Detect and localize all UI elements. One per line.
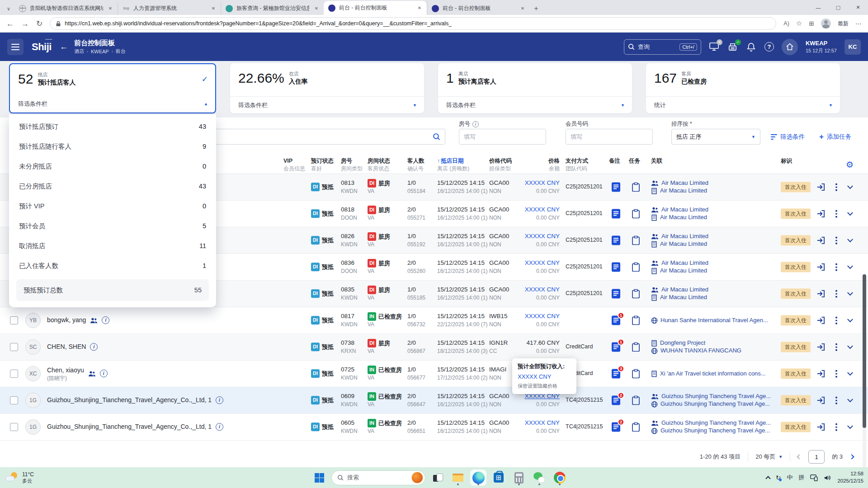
column-header[interactable]: ↑价格代码 担保类型	[489, 157, 512, 172]
expand-row-icon[interactable]	[848, 399, 852, 402]
column-header[interactable]: ↑标识	[781, 157, 792, 165]
tray-overflow-icon[interactable]	[765, 476, 770, 481]
check-in-icon[interactable]	[816, 423, 825, 431]
edge-browser-button[interactable]	[470, 469, 486, 486]
tasks-icon[interactable]	[632, 263, 640, 272]
column-header[interactable]: ↑预订状态 喜好	[311, 157, 334, 172]
reservation-row[interactable]: SC CHEN, SHEN i DI预抵 0738KRXN DI脏房VA 2/0…	[0, 334, 868, 361]
member-number-input[interactable]: 填写	[566, 129, 653, 145]
url-input[interactable]: https://cn1.web.ep.shiji.world/individua…	[50, 17, 776, 30]
reservation-row[interactable]: 1G Guizhou_Shunjing_Tiancheng_Travel_Age…	[0, 387, 868, 414]
guest-info-icon[interactable]: i	[90, 343, 98, 351]
guest-name[interactable]: Guizhou_Shunjing_Tiancheng_Travel_Agency…	[47, 396, 212, 404]
more-actions-icon[interactable]	[835, 210, 837, 218]
guest-name[interactable]: CHEN, SHEN	[47, 343, 86, 350]
tasks-icon[interactable]	[632, 369, 640, 379]
price-value[interactable]: XXXXX CNY	[506, 206, 560, 214]
arrivals-stat-item[interactable]: 未分房抵店 0	[9, 156, 216, 176]
rooms-stats-toggle[interactable]: 统计▼	[646, 96, 840, 113]
chrome-button[interactable]	[552, 469, 568, 486]
linked-profile-people[interactable]: Air Macau Limited	[651, 286, 778, 293]
tasks-icon[interactable]	[632, 236, 640, 245]
breadcrumb-property[interactable]: KWEAP	[91, 49, 109, 54]
notes-icon[interactable]	[611, 235, 621, 246]
stat-card-rooms[interactable]: 167 客房 已检查房 统计▼	[646, 63, 840, 113]
browser-tab[interactable]: 前台 - 前台控制面板 ✕	[324, 1, 427, 15]
property-info[interactable]: KWEAP 15 12月 12:57	[806, 40, 837, 54]
expand-row-icon[interactable]	[848, 213, 852, 215]
column-header[interactable]: ↑关联	[651, 157, 662, 165]
cashier-status-icon[interactable]: ✓	[727, 42, 738, 52]
reservation-row[interactable]: YB bongwk, yang i DI预抵 0817KWDN IN已检查房VA…	[0, 307, 868, 334]
microsoft-store-button[interactable]	[491, 469, 507, 486]
notes-icon[interactable]: 1	[611, 342, 621, 352]
price-value[interactable]: XXXXX CNY	[506, 179, 560, 188]
more-actions-icon[interactable]	[835, 343, 837, 351]
check-in-icon[interactable]	[816, 236, 825, 244]
notes-icon[interactable]: 2	[611, 395, 621, 406]
tasks-icon[interactable]	[632, 343, 640, 352]
wechat-button[interactable]	[531, 469, 547, 486]
check-in-icon[interactable]	[816, 370, 825, 378]
browser-menu-icon[interactable]: ⋯	[855, 20, 862, 27]
column-header[interactable]: ↑房号 房间类型	[341, 157, 363, 172]
linked-profile-globe[interactable]: WUHAN TIANXIA FANGCANG	[651, 347, 778, 355]
expand-row-icon[interactable]	[848, 266, 852, 268]
notes-icon[interactable]	[611, 209, 621, 219]
new-tab-button[interactable]: +	[530, 2, 542, 15]
more-actions-icon[interactable]	[835, 423, 837, 431]
linked-profile-building[interactable]: Air Macau Limited	[651, 188, 778, 195]
arrivals-stat-item[interactable]: 预计 VIP 0	[9, 196, 216, 216]
column-header[interactable]: ↑VIP 会员信息	[283, 157, 305, 172]
linked-profile-globe[interactable]: Hunan Sanhe International Travel Agen...	[651, 317, 778, 324]
sort-by-select[interactable]: 抵店 正序▼	[671, 129, 760, 145]
browser-tab[interactable]: 前台 - 前台控制面板 ✕	[427, 2, 530, 15]
price-value[interactable]: XXXXX CNY	[506, 286, 560, 294]
breadcrumb-hotel[interactable]: 酒店	[74, 48, 84, 55]
hamburger-menu-icon[interactable]	[7, 39, 24, 55]
guest-name[interactable]: Chen, xiaoyu	[47, 366, 84, 374]
tab-close-icon[interactable]: ✕	[313, 5, 320, 12]
column-settings-gear-icon[interactable]: ⚙	[846, 160, 854, 170]
ime-chinese-indicator[interactable]: 中	[787, 474, 793, 482]
back-icon[interactable]: ←	[6, 20, 14, 28]
linked-profile-people[interactable]: Air Macau Limited	[651, 259, 778, 267]
linked-profile-building[interactable]: Air Macau Limited	[651, 214, 778, 221]
linked-profile-building[interactable]: Air Macau Limited	[651, 294, 778, 301]
read-aloud-icon[interactable]: A)	[783, 20, 789, 27]
reservation-row[interactable]: XC Chen, xiaoyu(陈晓宇) i DI预抵 0725KWDN IN已…	[0, 361, 868, 387]
arrivals-stat-item[interactable]: 已入住客人数 1	[9, 256, 216, 276]
arrivals-filter-toggle[interactable]: 筛选条件栏▲	[10, 95, 215, 113]
info-icon[interactable]: i	[472, 121, 479, 127]
previous-page-icon[interactable]	[797, 454, 802, 459]
tasks-icon[interactable]	[632, 396, 640, 405]
price-value[interactable]: XXXXX CNY	[506, 419, 560, 427]
more-actions-icon[interactable]	[835, 237, 837, 244]
arrivals-stat-item[interactable]: 预计抵店预订 43	[9, 117, 216, 136]
more-actions-icon[interactable]	[835, 397, 837, 404]
window-maximize-button[interactable]: ▢	[828, 0, 848, 15]
guest-name[interactable]: Guizhou_Shunjing_Tiancheng_Travel_Agency…	[47, 423, 212, 430]
tab-close-icon[interactable]: ✕	[107, 5, 114, 12]
taskbar-search-input[interactable]: 搜索	[331, 470, 425, 485]
notes-icon[interactable]: 2	[611, 422, 621, 432]
tasks-icon[interactable]	[632, 422, 640, 432]
home-icon[interactable]	[782, 39, 798, 55]
linked-profile-building[interactable]: Xi 'an Air Travel ticket information con…	[651, 370, 778, 377]
column-header[interactable]: ↑任务	[629, 157, 640, 165]
tab-close-icon[interactable]: ✕	[416, 5, 423, 12]
column-header[interactable]: ↑支付方式 团队代码	[566, 157, 588, 172]
check-in-icon[interactable]	[816, 210, 825, 218]
user-avatar[interactable]: KC	[844, 39, 861, 55]
notes-icon[interactable]	[611, 289, 621, 299]
check-in-icon[interactable]	[816, 183, 825, 191]
current-page-input[interactable]: 1	[808, 450, 825, 464]
more-actions-icon[interactable]	[835, 183, 837, 191]
terminal-status-icon[interactable]: ✕	[709, 42, 720, 52]
row-checkbox[interactable]	[10, 423, 18, 431]
column-header[interactable]: ↑客人数 确认号	[407, 157, 425, 172]
taskbar-clock[interactable]: 12:58 2025/12/15	[837, 470, 863, 484]
expand-row-icon[interactable]	[848, 319, 852, 322]
arrivals-stat-item[interactable]: 预计抵店随行客人 9	[9, 136, 216, 156]
notes-icon[interactable]	[611, 182, 621, 192]
